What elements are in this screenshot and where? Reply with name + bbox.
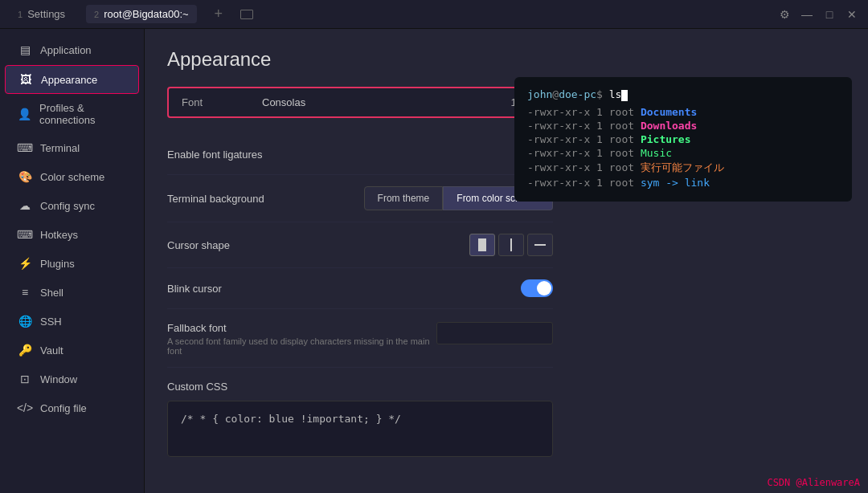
tab-settings[interactable]: 1 Settings	[10, 5, 73, 23]
sidebar-item-label: Appearance	[41, 74, 97, 86]
sidebar-item-vault[interactable]: 🔑 Vault	[5, 336, 139, 364]
color-scheme-icon: 🎨	[18, 169, 32, 184]
sidebar-item-label: Shell	[40, 287, 63, 299]
sidebar-item-label: Application	[40, 44, 92, 56]
config-sync-icon: ☁	[18, 198, 32, 213]
profiles-icon: 👤	[18, 107, 31, 121]
sidebar-item-label: Profiles & connections	[39, 102, 126, 126]
terminal-user: john	[527, 88, 552, 100]
titlebar: 1 Settings 2 root@Bigdata00:~ + ⚙ — □ ✕	[0, 0, 868, 29]
tab-label-terminal: root@Bigdata00:~	[104, 8, 188, 20]
terminal-at: @	[552, 88, 559, 100]
sidebar-item-label: Hotkeys	[40, 229, 78, 241]
appearance-icon: 🖼	[18, 72, 33, 87]
sidebar-item-label: Plugins	[40, 258, 75, 270]
cursor-shape-row: Cursor shape	[167, 222, 553, 268]
shell-icon: ≡	[18, 285, 32, 299]
font-row[interactable]: Font Consolas 18	[167, 87, 537, 118]
close-icon[interactable]: ✕	[845, 8, 858, 21]
sidebar-item-label: Terminal	[40, 142, 80, 154]
fallback-font-input[interactable]	[436, 322, 553, 344]
cursor-line-button[interactable]	[498, 234, 524, 256]
blink-cursor-row: Blink cursor	[167, 268, 553, 309]
cursor-shape-label: Cursor shape	[167, 239, 230, 251]
terminal-cmd: ls	[609, 88, 622, 100]
add-tab-button[interactable]: +	[210, 6, 228, 22]
cursor-underline-icon	[534, 244, 546, 246]
minimize-icon[interactable]: —	[800, 8, 813, 21]
sidebar-item-appearance[interactable]: 🖼 Appearance	[5, 65, 139, 94]
sidebar-item-hotkeys[interactable]: ⌨ Hotkeys	[5, 221, 139, 248]
window-icon: ⊡	[18, 372, 32, 386]
main-layout: ▤ Application 🖼 Appearance 👤 Profiles & …	[0, 29, 868, 493]
sidebar-item-plugins[interactable]: ⚡ Plugins	[5, 250, 139, 277]
sidebar-item-config-sync[interactable]: ☁ Config sync	[5, 192, 139, 219]
sidebar-item-color-scheme[interactable]: 🎨 Color scheme	[5, 163, 139, 190]
settings-icon[interactable]: ⚙	[778, 8, 791, 21]
terminal-cursor	[621, 90, 628, 101]
fallback-font-label: Fallback font	[167, 322, 436, 334]
tab-num-1: 1	[18, 10, 23, 19]
cursor-shape-options	[469, 234, 553, 256]
ligatures-row: Enable font ligatures	[167, 134, 553, 175]
plugins-icon: ⚡	[18, 256, 32, 271]
fallback-font-sublabel: A second font family used to display cha…	[167, 336, 436, 356]
blink-toggle-knob	[537, 281, 551, 295]
terminal-background-row: Terminal background From theme From colo…	[167, 175, 553, 222]
sidebar-item-config-file[interactable]: </> Config file	[5, 394, 139, 422]
font-label: Font	[182, 96, 262, 108]
tab-num-2: 2	[94, 10, 99, 19]
tab-terminal[interactable]: 2 root@Bigdata00:~	[86, 5, 196, 23]
blink-cursor-label: Blink cursor	[167, 283, 222, 295]
tab-label-settings: Settings	[27, 8, 65, 20]
term-line-3: -rwxr-xr-x 1 root Pictures	[527, 133, 839, 145]
blink-cursor-toggle[interactable]	[521, 279, 553, 297]
config-file-icon: </>	[18, 401, 32, 415]
sidebar-item-terminal[interactable]: ⌨ Terminal	[5, 134, 139, 161]
term-line-1: -rwxr-xr-x 1 root Documents	[527, 106, 839, 118]
tab-layout-icon	[240, 10, 253, 19]
vault-icon: 🔑	[18, 343, 32, 357]
hotkeys-icon: ⌨	[18, 227, 32, 242]
content-wrapper: Appearance Font Consolas 18 Enable font …	[145, 29, 868, 493]
term-line-4: -rwxr-xr-x 1 root Music	[527, 147, 839, 159]
sidebar-item-window[interactable]: ⊡ Window	[5, 365, 139, 393]
custom-css-section: Custom CSS /* * { color: blue !important…	[167, 381, 845, 457]
terminal-prompt: john@doe-pc$ ls	[527, 88, 839, 101]
application-icon: ▤	[18, 43, 32, 57]
sidebar-item-label: Color scheme	[40, 171, 104, 183]
from-theme-button[interactable]: From theme	[364, 186, 444, 210]
maximize-icon[interactable]: □	[823, 8, 836, 21]
fallback-font-row: Fallback font A second font family used …	[167, 309, 553, 368]
term-line-2: -rwxr-xr-x 1 root Downloads	[527, 120, 839, 132]
terminal-preview: john@doe-pc$ ls -rwxr-xr-x 1 root Docume…	[514, 77, 852, 202]
sidebar-item-label: SSH	[40, 316, 62, 328]
custom-css-editor[interactable]: /* * { color: blue !important; } */	[167, 401, 553, 457]
terminal-host: doe-pc	[559, 88, 596, 100]
font-value: Consolas	[262, 96, 511, 108]
sidebar-item-label: Config sync	[40, 200, 95, 212]
term-line-5: -rwxr-xr-x 1 root 実行可能ファイル	[527, 161, 839, 175]
sidebar-item-shell[interactable]: ≡ Shell	[5, 279, 139, 306]
sidebar-item-application[interactable]: ▤ Application	[5, 36, 139, 63]
ssh-icon: 🌐	[18, 314, 32, 328]
sidebar-item-label: Window	[40, 373, 77, 385]
sidebar-item-ssh[interactable]: 🌐 SSH	[5, 308, 139, 335]
window-controls: ⚙ — □ ✕	[778, 8, 858, 21]
sidebar: ▤ Application 🖼 Appearance 👤 Profiles & …	[0, 29, 145, 493]
term-line-6: -rwxr-xr-x 1 root sym -> link	[527, 177, 839, 189]
cursor-underline-button[interactable]	[527, 234, 553, 256]
custom-css-label: Custom CSS	[167, 381, 845, 393]
cursor-block-button[interactable]	[469, 234, 495, 256]
sidebar-item-label: Config file	[40, 402, 87, 414]
terminal-icon: ⌨	[18, 141, 32, 155]
sidebar-item-profiles[interactable]: 👤 Profiles & connections	[5, 96, 139, 132]
terminal-dollar: $	[596, 88, 603, 100]
terminal-background-label: Terminal background	[167, 193, 264, 205]
page-title: Appearance	[167, 48, 845, 71]
cursor-block-icon	[478, 238, 486, 251]
ligatures-label: Enable font ligatures	[167, 149, 263, 161]
sidebar-item-label: Vault	[40, 344, 63, 357]
watermark: CSDN @AlienwareA	[767, 477, 860, 488]
cursor-line-icon	[510, 238, 512, 251]
